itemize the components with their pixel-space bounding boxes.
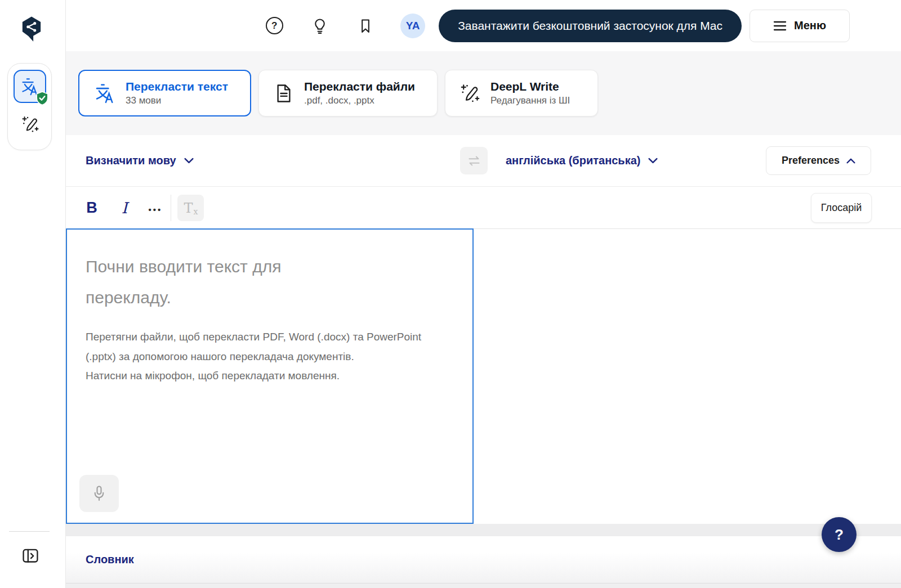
document-icon xyxy=(274,83,294,104)
bottom-strip xyxy=(66,583,901,588)
download-app-label: Завантажити безкоштовний застосунок для … xyxy=(458,19,722,33)
sidebar-item-translator[interactable] xyxy=(14,70,46,103)
italic-button[interactable]: I xyxy=(112,195,137,221)
formatting-toolbar: B I ••• Tx Глосарій xyxy=(66,186,901,228)
input-hints: Перетягни файли, щоб перекласти PDF, Wor… xyxy=(86,327,423,386)
translator-panel: Визначити мову англійська (британська) xyxy=(66,135,901,524)
source-language-selector[interactable]: Визначити мову xyxy=(86,135,194,186)
mode-tabs: Перекласти текст 33 мови Перекласти файл… xyxy=(66,51,901,135)
sidebar-divider xyxy=(9,531,50,532)
tab-subtitle: Редагування із ШІ xyxy=(490,95,570,106)
menu-button[interactable]: Меню xyxy=(750,10,850,42)
download-app-button[interactable]: Завантажити безкоштовний застосунок для … xyxy=(439,10,742,42)
more-formatting-button[interactable]: ••• xyxy=(143,195,168,221)
write-pen-sparkles-icon xyxy=(460,83,480,104)
clear-formatting-button[interactable]: Tx xyxy=(177,195,204,221)
clear-format-x-glyph: x xyxy=(194,207,198,216)
hint-files-text: Перетягни файли, щоб перекласти PDF, Wor… xyxy=(86,327,423,366)
main-area: ? YA Завант xyxy=(66,0,901,588)
saved-translations-button[interactable] xyxy=(356,16,375,35)
tab-subtitle: 33 мови xyxy=(126,95,228,106)
target-language-selector[interactable]: англійська (британська) xyxy=(506,135,658,186)
user-avatar[interactable]: YA xyxy=(400,14,425,38)
question-glyph: ? xyxy=(271,20,277,32)
translate-icon xyxy=(94,83,115,104)
language-bar: Визначити мову англійська (британська) xyxy=(66,135,901,186)
floating-help-button[interactable]: ? xyxy=(822,517,857,552)
chevron-down-icon xyxy=(184,158,194,164)
preferences-button[interactable]: Preferences xyxy=(766,146,871,175)
swap-arrows-icon xyxy=(466,153,482,169)
bookmark-icon xyxy=(358,17,373,34)
target-language-label: англійська (британська) xyxy=(506,154,640,167)
microphone-icon xyxy=(91,484,108,502)
source-text-input[interactable]: Почни вводити текст для перекладу. Перет… xyxy=(66,228,474,524)
bold-button[interactable]: B xyxy=(79,195,104,221)
question-circle-icon: ? xyxy=(266,17,283,34)
shield-check-badge-icon xyxy=(35,91,49,106)
tab-translate-files[interactable]: Перекласти файли .pdf, .docx, .pptx xyxy=(258,70,438,116)
sidebar-item-write[interactable] xyxy=(21,115,39,133)
target-text-output[interactable] xyxy=(474,228,901,524)
panel-expand-icon xyxy=(21,546,40,565)
tab-title: DeepL Write xyxy=(490,80,570,93)
deepl-logo-icon xyxy=(20,16,43,44)
tab-title: Перекласти файли xyxy=(304,80,415,93)
sidebar-nav-group xyxy=(7,63,52,150)
preferences-label: Preferences xyxy=(782,155,840,167)
help-button[interactable]: ? xyxy=(265,16,284,35)
editor-panes: Почни вводити текст для перекладу. Перет… xyxy=(66,228,901,524)
tab-subtitle: .pdf, .docx, .pptx xyxy=(304,95,415,106)
hint-mic-text: Натисни на мікрофон, щоб перекладати мов… xyxy=(86,366,423,386)
tab-deepl-write[interactable]: DeepL Write Редагування із ШІ xyxy=(445,70,598,116)
toolbar-divider xyxy=(171,195,171,221)
menu-label: Меню xyxy=(794,19,826,32)
source-language-label: Визначити мову xyxy=(86,154,176,167)
dictionary-section: Словник xyxy=(66,536,901,583)
microphone-button[interactable] xyxy=(79,475,119,512)
dictionary-title[interactable]: Словник xyxy=(86,553,134,566)
deepl-translator-app: ? YA Завант xyxy=(0,0,901,588)
write-pen-sparkles-icon xyxy=(21,115,39,133)
sidebar-expand-button[interactable] xyxy=(21,546,40,565)
glossary-button[interactable]: Глосарій xyxy=(811,193,872,223)
tab-title: Перекласти текст xyxy=(126,80,228,93)
lightbulb-icon xyxy=(311,17,328,35)
hamburger-icon xyxy=(773,20,787,32)
whats-new-button[interactable] xyxy=(310,16,329,35)
swap-languages-button[interactable] xyxy=(460,147,488,174)
panel-gap-strip xyxy=(66,524,901,536)
tab-translate-text[interactable]: Перекласти текст 33 мови xyxy=(78,70,251,116)
sidebar xyxy=(0,0,66,588)
chevron-down-icon xyxy=(648,158,658,164)
deepl-logo[interactable] xyxy=(20,16,43,44)
clear-format-T-glyph: T xyxy=(184,200,193,216)
input-placeholder-heading: Почни вводити текст для перекладу. xyxy=(86,251,350,313)
chevron-up-icon xyxy=(846,158,855,164)
avatar-initials: YA xyxy=(406,20,420,32)
top-header: ? YA Завант xyxy=(66,0,901,51)
